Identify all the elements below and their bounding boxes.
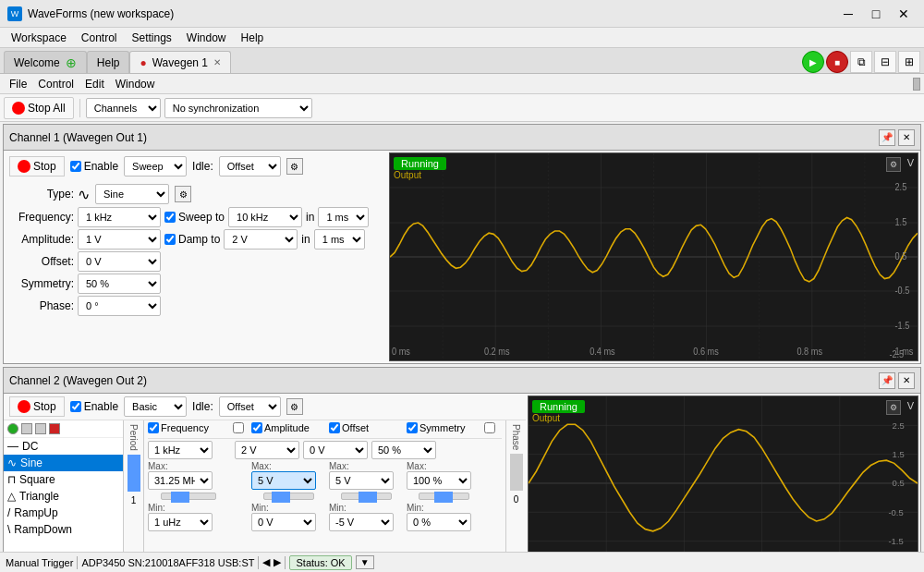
symmetry-checkbox[interactable] xyxy=(407,422,418,433)
sine-wave-icon: ∿ xyxy=(78,186,90,203)
ch2-freq-select[interactable]: 1 kHz xyxy=(148,441,213,459)
copy-button[interactable]: ⧉ xyxy=(850,51,872,73)
ch2-scope-settings[interactable]: ⚙ xyxy=(886,400,901,415)
channel1-freq-select[interactable]: 1 kHz xyxy=(78,207,161,227)
ch2-symmetry-select[interactable]: 50 % xyxy=(371,441,436,459)
ch2-amp-min-select[interactable]: 0 V xyxy=(251,513,316,531)
tab-welcome[interactable]: Welcome ⊕ xyxy=(4,51,87,73)
ch2-symmetry-max-select[interactable]: 100 % xyxy=(407,471,471,490)
freq-slider-thumb[interactable] xyxy=(171,492,189,503)
symmetry-slider-thumb[interactable] xyxy=(434,492,453,503)
waveform-rampdown[interactable]: \ RampDown xyxy=(4,521,123,538)
waveform-dc[interactable]: — DC xyxy=(4,438,123,455)
channel1-mode-select[interactable]: Sweep Basic Custom Play xyxy=(124,156,187,176)
ch1-scope-settings[interactable]: ⚙ xyxy=(886,157,901,172)
channel2-mode-select[interactable]: Basic Sweep Custom Play xyxy=(124,396,187,417)
dot-gray2 xyxy=(35,423,46,434)
damp-to-select[interactable]: 2 V xyxy=(224,229,298,249)
phase-label: Phase xyxy=(511,424,521,450)
menu-bar: Workspace Control Settings Window Help xyxy=(0,28,924,48)
offset-slider-thumb[interactable] xyxy=(359,492,377,503)
menu-window[interactable]: Window xyxy=(179,30,234,46)
channel1-type-settings-button[interactable]: ⚙ xyxy=(175,186,191,202)
sweep-to-checkbox[interactable]: Sweep to xyxy=(164,211,225,224)
channel2-enable-checkbox[interactable]: Enable xyxy=(70,400,118,413)
channels-select[interactable]: Channels Channel 1 Channel 2 xyxy=(86,98,161,118)
channel1-stop-button[interactable]: Stop xyxy=(9,156,65,176)
amp-slider-thumb[interactable] xyxy=(272,492,290,503)
device-back-button[interactable]: ◀ xyxy=(262,556,270,568)
amp-checkbox[interactable] xyxy=(251,422,262,433)
phase-slider[interactable] xyxy=(510,454,523,491)
channel1-amp-select[interactable]: 1 V xyxy=(78,229,161,249)
menu-workspace[interactable]: Workspace xyxy=(4,30,74,46)
ch2-freq-max-select[interactable]: 31.25 MHz xyxy=(148,471,213,490)
ch2-amp-max-select[interactable]: 5 V xyxy=(251,471,316,490)
sec-menu-control[interactable]: Control xyxy=(32,76,79,92)
minimize-button[interactable]: ─ xyxy=(835,5,861,23)
sec-menu-file[interactable]: File xyxy=(4,76,32,92)
channel2-gear-button[interactable]: ⚙ xyxy=(286,398,303,415)
waveform-triangle[interactable]: △ Triangle xyxy=(4,488,123,505)
channel2-left: Stop Enable Basic Sweep Custom Play Idle… xyxy=(4,394,526,572)
channel1-close-button[interactable]: ✕ xyxy=(898,129,915,146)
channel1-pin-button[interactable]: 📌 xyxy=(879,129,895,146)
maximize-button[interactable]: □ xyxy=(863,5,889,23)
square-icon: ⊓ xyxy=(7,473,16,486)
channel1-symmetry-select[interactable]: 50 % xyxy=(78,274,161,294)
channel2-content: Stop Enable Basic Sweep Custom Play Idle… xyxy=(4,394,920,572)
channel2-stop-button[interactable]: Stop xyxy=(9,396,65,417)
ch2-amp-select[interactable]: 2 V xyxy=(235,441,299,459)
channel2-close-button[interactable]: ✕ xyxy=(898,372,915,389)
sweep-in-select[interactable]: 1 ms xyxy=(318,207,369,227)
tab-help[interactable]: Help xyxy=(87,51,130,73)
collapse-button[interactable]: ⊟ xyxy=(874,51,896,73)
expand-button[interactable]: ⊞ xyxy=(898,51,920,73)
ch2-symmetry-min-select[interactable]: 0 % xyxy=(407,513,471,531)
sync-select[interactable]: No synchronization Synchronized xyxy=(164,98,312,118)
waveform-square[interactable]: ⊓ Square xyxy=(4,471,123,488)
period-slider[interactable] xyxy=(128,455,140,492)
status-dropdown-button[interactable]: ▼ xyxy=(356,555,374,569)
ch2-offset-min-select[interactable]: -5 V xyxy=(329,513,394,531)
channel1-enable-checkbox[interactable]: Enable xyxy=(70,160,118,173)
channel1-gear-button[interactable]: ⚙ xyxy=(286,158,303,175)
tab-wavegen1[interactable]: ● Wavegen 1 ✕ xyxy=(129,51,231,73)
sec-menu-window[interactable]: Window xyxy=(110,76,161,92)
waveform-rampup[interactable]: / RampUp xyxy=(4,505,123,521)
ch2-offset-max-select[interactable]: 5 V xyxy=(329,471,394,490)
freq-checkbox[interactable] xyxy=(148,422,159,433)
channel2-header: Channel 2 (Wavegen Out 2) 📌 ✕ xyxy=(4,368,920,394)
damp-in-select[interactable]: 1 ms xyxy=(314,229,365,249)
stop-icon: ■ xyxy=(834,57,840,67)
channel2-pin-button[interactable]: 📌 xyxy=(879,372,895,389)
close-button[interactable]: ✕ xyxy=(891,5,917,23)
ch2-offset-select[interactable]: 0 V xyxy=(303,441,368,459)
stop-all-label: Stop All xyxy=(28,102,66,115)
period-column: Period 1 xyxy=(124,420,144,564)
sec-menu-edit[interactable]: Edit xyxy=(79,76,110,92)
channel2-idle-select[interactable]: Offset Initial Disable xyxy=(219,396,281,417)
damp-to-checkbox[interactable]: Damp to xyxy=(164,233,220,246)
tab-close-icon[interactable]: ✕ xyxy=(213,57,221,67)
period-checkbox[interactable] xyxy=(233,422,244,433)
global-run-button[interactable]: ▶ xyxy=(802,51,824,73)
device-forward-button[interactable]: ▶ xyxy=(274,556,281,568)
wavegen-dot: ● xyxy=(140,56,146,69)
menu-control[interactable]: Control xyxy=(74,30,125,46)
phase-checkbox[interactable] xyxy=(484,422,495,433)
channel1-offset-select[interactable]: 0 V xyxy=(78,251,161,272)
dc-icon: — xyxy=(7,440,18,453)
channel1-idle-select[interactable]: Offset Initial Disable xyxy=(219,156,281,176)
channel1-type-select[interactable]: Sine Square Triangle RampUp RampDown DC xyxy=(95,184,169,204)
global-stop-button[interactable]: ■ xyxy=(826,51,848,73)
menu-help[interactable]: Help xyxy=(234,30,272,46)
stop-all-button[interactable]: Stop All xyxy=(4,97,74,119)
offset-checkbox[interactable] xyxy=(329,422,340,433)
channel1-phase-select[interactable]: 0 ° xyxy=(78,296,161,316)
freq-min-col: Min: 1 uHz xyxy=(148,503,229,531)
waveform-sine[interactable]: ∿ Sine xyxy=(4,455,123,471)
ch2-freq-min-select[interactable]: 1 uHz xyxy=(148,513,213,531)
sweep-to-select[interactable]: 10 kHz xyxy=(228,207,302,227)
menu-settings[interactable]: Settings xyxy=(125,30,179,46)
